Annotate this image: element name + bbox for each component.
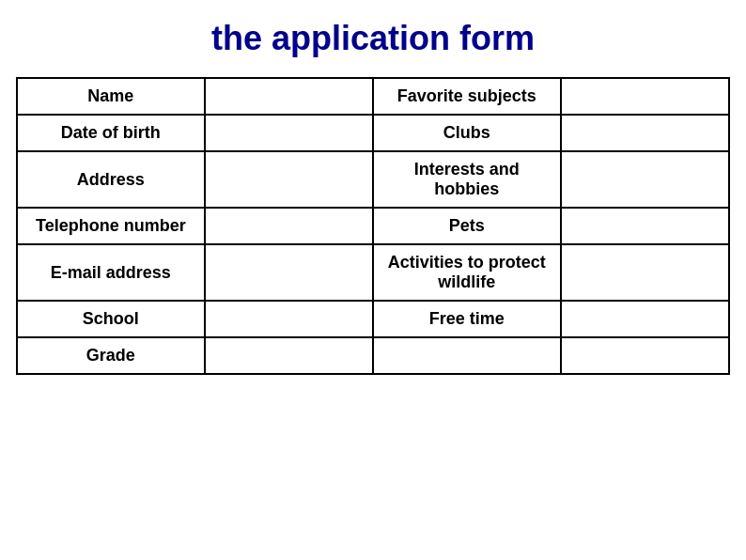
table-row: NameFavorite subjects — [17, 78, 729, 115]
left-label-5: School — [17, 301, 205, 337]
right-label-4: Activities to protect wildlife — [373, 244, 561, 301]
right-label-1: Clubs — [373, 115, 561, 151]
left-value-5[interactable] — [205, 301, 373, 337]
table-row: Date of birthClubs — [17, 115, 729, 151]
left-value-4[interactable] — [205, 244, 373, 301]
left-label-0: Name — [17, 78, 205, 115]
application-form-table: NameFavorite subjectsDate of birthClubsA… — [16, 77, 730, 375]
right-label-6 — [373, 337, 561, 374]
left-label-6: Grade — [17, 337, 205, 374]
right-value-0[interactable] — [561, 78, 729, 115]
table-row: E-mail addressActivities to protect wild… — [17, 244, 729, 301]
right-value-1[interactable] — [561, 115, 729, 151]
table-row: Grade — [17, 337, 729, 374]
left-label-3: Telephone number — [17, 208, 205, 244]
left-value-2[interactable] — [205, 151, 373, 208]
right-label-5: Free time — [373, 301, 561, 337]
right-value-3[interactable] — [561, 208, 729, 244]
table-row: Telephone numberPets — [17, 208, 729, 244]
right-value-2[interactable] — [561, 151, 729, 208]
right-value-6[interactable] — [561, 337, 729, 374]
left-label-4: E-mail address — [17, 244, 205, 301]
page-title: the application form — [211, 19, 535, 58]
left-label-1: Date of birth — [17, 115, 205, 151]
left-label-2: Address — [17, 151, 205, 208]
right-label-3: Pets — [373, 208, 561, 244]
right-label-2: Interests and hobbies — [373, 151, 561, 208]
right-value-5[interactable] — [561, 301, 729, 337]
right-label-0: Favorite subjects — [373, 78, 561, 115]
left-value-1[interactable] — [205, 115, 373, 151]
left-value-3[interactable] — [205, 208, 373, 244]
left-value-6[interactable] — [205, 337, 373, 374]
right-value-4[interactable] — [561, 244, 729, 301]
left-value-0[interactable] — [205, 78, 373, 115]
table-row: SchoolFree time — [17, 301, 729, 337]
table-row: AddressInterests and hobbies — [17, 151, 729, 208]
